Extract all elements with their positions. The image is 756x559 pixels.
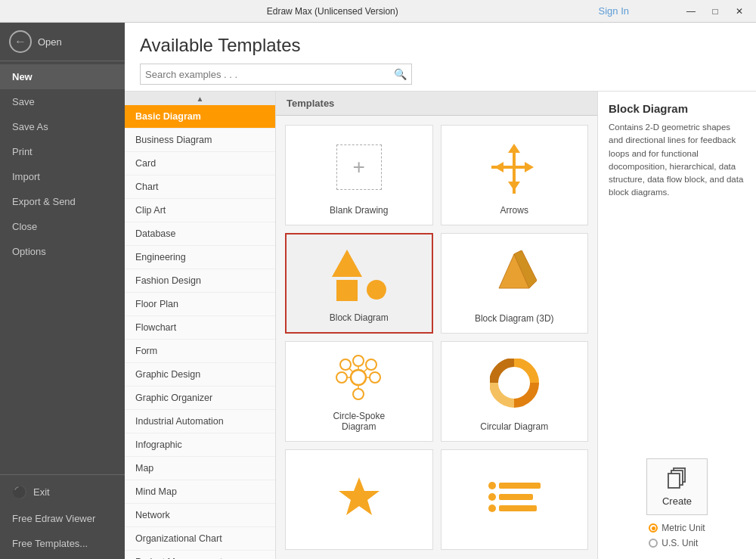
sidebar-item-free-viewer[interactable]: Free Edraw Viewer [0, 506, 125, 531]
category-item-infographic[interactable]: Infographic [125, 433, 275, 457]
template-blank-drawing[interactable]: + Blank Drawing [285, 125, 433, 225]
template-list-bars-thumb [451, 459, 579, 534]
template-circle-spoke[interactable]: Circle-SpokeDiagram [285, 341, 433, 442]
exit-button[interactable]: ⚫ Exit [0, 478, 125, 506]
create-btn-area: 🗍 Create Metric Unit U.S. Unit [609, 458, 745, 548]
metric-unit-option[interactable]: Metric Unit [649, 523, 705, 533]
category-item-floor-plan[interactable]: Floor Plan [125, 293, 275, 316]
svg-marker-3 [508, 182, 520, 191]
sidebar-item-new[interactable]: New [0, 64, 125, 89]
maximize-button[interactable]: □ [705, 4, 726, 19]
metric-radio-dot [652, 526, 655, 530]
circular-icon [490, 359, 539, 408]
search-bar: 🔍 [140, 64, 412, 85]
template-circular[interactable]: Circular Diagram [441, 341, 589, 442]
template-list-bars[interactable] [441, 449, 589, 550]
back-button[interactable]: ← Open [9, 30, 116, 53]
template-arrows-label: Arrows [500, 205, 528, 216]
svg-point-20 [366, 359, 376, 370]
right-panel: Block Diagram Contains 2-D geometric sha… [597, 92, 756, 559]
main-layout: ← Open New Save Save As Print Import Exp… [0, 23, 756, 559]
sidebar-top: ← Open [0, 23, 125, 61]
category-item-database[interactable]: Database [125, 222, 275, 246]
template-star[interactable] [285, 449, 433, 550]
svg-marker-25 [339, 477, 380, 515]
category-item-industrial-automation[interactable]: Industrial Automation [125, 410, 275, 433]
templates-header: Templates [276, 92, 597, 116]
svg-point-14 [370, 372, 380, 383]
sidebar-item-save[interactable]: Save [0, 89, 125, 114]
template-circular-label: Circular Diagram [480, 421, 548, 432]
us-radio [649, 539, 658, 548]
category-list: ▲ Basic Diagram Business Diagram Card Ch… [125, 92, 276, 559]
template-star-thumb [295, 459, 423, 534]
star-icon [336, 474, 382, 520]
category-item-project-mgmt[interactable]: Project Management [125, 551, 275, 559]
us-unit-option[interactable]: U.S. Unit [649, 538, 705, 548]
unit-options: Metric Unit U.S. Unit [649, 523, 705, 548]
svg-point-24 [505, 374, 523, 392]
svg-marker-5 [525, 162, 534, 172]
template-block-3d-thumb [451, 243, 579, 307]
svg-point-22 [340, 359, 351, 370]
right-panel-desc: Contains 2-D geometric shapes and direct… [609, 121, 745, 200]
svg-marker-7 [494, 162, 503, 172]
category-item-engineering[interactable]: Engineering [125, 246, 275, 269]
template-arrows[interactable]: Arrows [441, 125, 589, 225]
plus-icon: + [336, 144, 382, 190]
page-title: Available Templates [140, 35, 741, 56]
category-item-network[interactable]: Network [125, 504, 275, 527]
sidebar: ← Open New Save Save As Print Import Exp… [0, 23, 125, 559]
block-shapes-icon [332, 250, 386, 301]
template-circle-spoke-label: Circle-SpokeDiagram [333, 411, 385, 432]
category-item-fashion-design[interactable]: Fashion Design [125, 269, 275, 293]
svg-point-12 [353, 356, 364, 366]
svg-line-23 [349, 368, 353, 372]
sidebar-item-import[interactable]: Import [0, 164, 125, 189]
create-button[interactable]: 🗍 Create [646, 458, 708, 515]
sidebar-item-print[interactable]: Print [0, 139, 125, 164]
arrows-icon [491, 141, 537, 194]
block-3d-icon [491, 250, 537, 300]
category-item-basic-diagram[interactable]: Basic Diagram [125, 105, 275, 129]
titlebar: Edraw Max (Unlicensed Version) Sign In —… [0, 0, 756, 23]
search-input[interactable] [145, 69, 394, 80]
category-item-graphic-organizer[interactable]: Graphic Organizer [125, 387, 275, 410]
back-icon: ← [9, 30, 32, 53]
sidebar-item-options[interactable]: Options [0, 239, 125, 264]
template-block-label: Block Diagram [330, 312, 389, 323]
category-item-map[interactable]: Map [125, 457, 275, 480]
category-item-business-diagram[interactable]: Business Diagram [125, 129, 275, 152]
category-item-org-chart[interactable]: Organizational Chart [125, 527, 275, 551]
window-title: Edraw Max (Unlicensed Version) [67, 6, 599, 17]
category-scroll-up[interactable]: ▲ [125, 92, 275, 105]
sidebar-item-export[interactable]: Export & Send [0, 189, 125, 214]
sidebar-item-free-templates[interactable]: Free Templates... [0, 531, 125, 556]
exit-icon: ⚫ [12, 485, 27, 499]
metric-radio [649, 523, 658, 533]
minimize-button[interactable]: — [680, 4, 702, 19]
right-panel-title: Block Diagram [609, 102, 745, 115]
template-circle-spoke-thumb [295, 351, 423, 405]
sign-in-link[interactable]: Sign In [599, 5, 629, 17]
svg-point-16 [353, 389, 364, 399]
category-item-clip-art[interactable]: Clip Art [125, 199, 275, 222]
category-item-mind-map[interactable]: Mind Map [125, 480, 275, 504]
category-item-graphic-design[interactable]: Graphic Design [125, 363, 275, 387]
sidebar-item-close[interactable]: Close [0, 214, 125, 239]
category-item-flowchart[interactable]: Flowchart [125, 316, 275, 340]
content-area: Available Templates 🔍 ▲ Basic Diagram Bu… [125, 23, 756, 559]
template-blank-label: Blank Drawing [330, 205, 388, 216]
template-block-diagram[interactable]: Block Diagram [285, 233, 433, 334]
create-label: Create [662, 495, 692, 507]
template-block-thumb [296, 244, 423, 306]
category-item-card[interactable]: Card [125, 152, 275, 175]
search-icon[interactable]: 🔍 [394, 68, 407, 80]
sidebar-item-save-as[interactable]: Save As [0, 114, 125, 139]
category-item-form[interactable]: Form [125, 340, 275, 363]
svg-marker-1 [508, 144, 520, 153]
template-block-diagram-3d[interactable]: Block Diagram (3D) [441, 233, 589, 334]
category-item-chart[interactable]: Chart [125, 175, 275, 199]
close-button[interactable]: ✕ [729, 4, 750, 19]
template-arrows-thumb [451, 135, 579, 199]
